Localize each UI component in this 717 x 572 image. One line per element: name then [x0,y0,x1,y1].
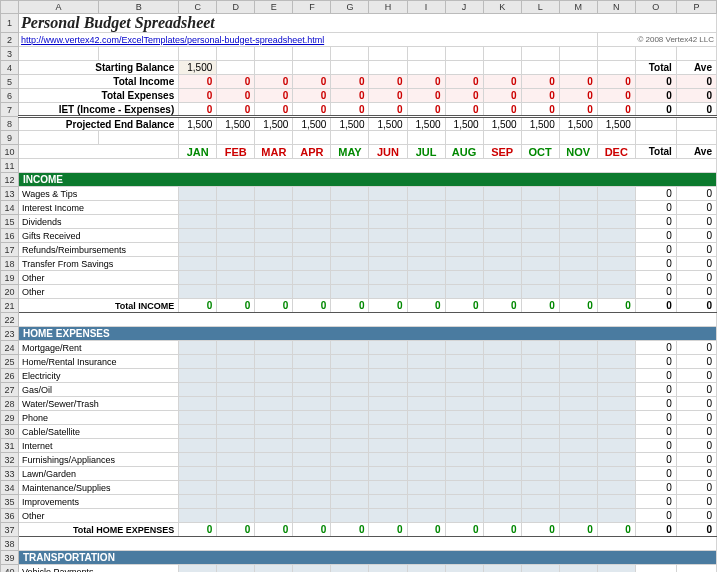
data-cell[interactable] [217,215,255,229]
data-cell[interactable] [483,355,521,369]
line-item[interactable]: Phone [19,411,179,425]
col-header[interactable]: D [217,1,255,14]
data-cell[interactable] [521,355,559,369]
data-cell[interactable] [559,495,597,509]
data-cell[interactable] [179,411,217,425]
row-header[interactable]: 13 [1,187,19,201]
data-cell[interactable] [369,257,407,271]
data-cell[interactable] [255,285,293,299]
data-cell[interactable] [597,509,635,523]
data-cell[interactable] [559,425,597,439]
data-cell[interactable] [521,453,559,467]
data-cell[interactable] [179,509,217,523]
data-cell[interactable] [597,411,635,425]
data-cell[interactable] [293,411,331,425]
data-cell[interactable] [407,369,445,383]
data-cell[interactable] [179,481,217,495]
data-cell[interactable] [255,453,293,467]
data-cell[interactable] [369,229,407,243]
data-cell[interactable] [521,509,559,523]
data-cell[interactable] [407,383,445,397]
data-cell[interactable] [179,229,217,243]
data-cell[interactable] [597,467,635,481]
data-cell[interactable] [179,495,217,509]
data-cell[interactable] [559,201,597,215]
line-item[interactable]: Internet [19,439,179,453]
data-cell[interactable] [445,215,483,229]
data-cell[interactable] [255,425,293,439]
line-item[interactable]: Cable/Satellite [19,425,179,439]
data-cell[interactable] [369,397,407,411]
row-header[interactable]: 40 [1,565,19,573]
data-cell[interactable] [483,229,521,243]
data-cell[interactable] [217,425,255,439]
data-cell[interactable] [407,565,445,573]
data-cell[interactable] [217,411,255,425]
data-cell[interactable] [369,383,407,397]
data-cell[interactable] [217,229,255,243]
starting-balance-input[interactable]: 1,500 [179,61,217,75]
data-cell[interactable] [369,495,407,509]
row-header[interactable]: 4 [1,61,19,75]
data-cell[interactable] [293,565,331,573]
data-cell[interactable] [217,257,255,271]
data-cell[interactable] [217,341,255,355]
data-cell[interactable] [179,425,217,439]
data-cell[interactable] [331,481,369,495]
data-cell[interactable] [597,285,635,299]
row-header[interactable]: 35 [1,495,19,509]
data-cell[interactable] [217,439,255,453]
line-item[interactable]: Mortgage/Rent [19,341,179,355]
data-cell[interactable] [369,215,407,229]
data-cell[interactable] [255,565,293,573]
data-cell[interactable] [407,341,445,355]
data-cell[interactable] [331,369,369,383]
row-header[interactable]: 33 [1,467,19,481]
line-item[interactable]: Gas/Oil [19,383,179,397]
col-header[interactable]: K [483,1,521,14]
row-header[interactable]: 15 [1,215,19,229]
data-cell[interactable] [293,397,331,411]
data-cell[interactable] [293,187,331,201]
data-cell[interactable] [407,243,445,257]
data-cell[interactable] [255,355,293,369]
row-header[interactable]: 8 [1,117,19,131]
data-cell[interactable] [445,341,483,355]
data-cell[interactable] [179,271,217,285]
line-item[interactable]: Maintenance/Supplies [19,481,179,495]
data-cell[interactable] [255,187,293,201]
row-header[interactable]: 36 [1,509,19,523]
data-cell[interactable] [559,453,597,467]
data-cell[interactable] [407,355,445,369]
data-cell[interactable] [407,215,445,229]
line-item[interactable]: Electricity [19,369,179,383]
row-header[interactable]: 25 [1,355,19,369]
data-cell[interactable] [369,369,407,383]
data-cell[interactable] [217,243,255,257]
line-item[interactable]: Transfer From Savings [19,257,179,271]
data-cell[interactable] [255,383,293,397]
data-cell[interactable] [331,397,369,411]
data-cell[interactable] [331,257,369,271]
col-header[interactable]: L [521,1,559,14]
data-cell[interactable] [293,355,331,369]
data-cell[interactable] [369,439,407,453]
row-header[interactable]: 3 [1,47,19,61]
data-cell[interactable] [483,495,521,509]
line-item[interactable]: Dividends [19,215,179,229]
data-cell[interactable] [293,453,331,467]
data-cell[interactable] [559,257,597,271]
col-header[interactable]: O [635,1,676,14]
data-cell[interactable] [369,355,407,369]
data-cell[interactable] [483,439,521,453]
row-header[interactable]: 31 [1,439,19,453]
data-cell[interactable] [597,481,635,495]
data-cell[interactable] [255,495,293,509]
data-cell[interactable] [217,187,255,201]
data-cell[interactable] [331,425,369,439]
data-cell[interactable] [179,439,217,453]
line-item[interactable]: Furnishings/Appliances [19,453,179,467]
row-header[interactable]: 27 [1,383,19,397]
data-cell[interactable] [521,369,559,383]
data-cell[interactable] [407,201,445,215]
